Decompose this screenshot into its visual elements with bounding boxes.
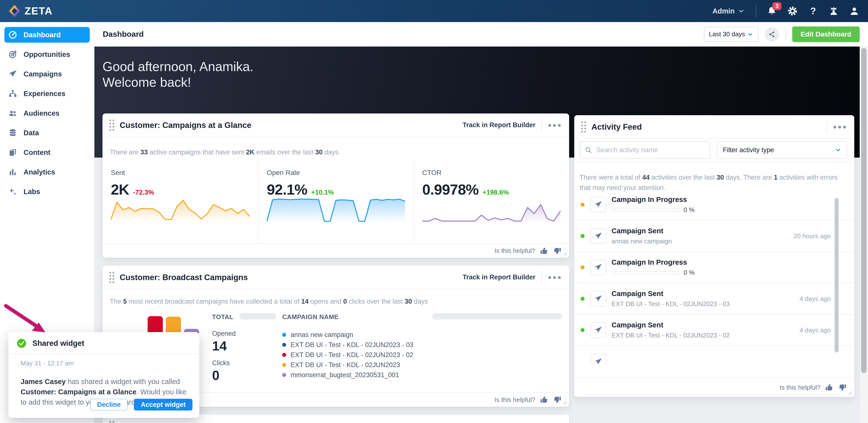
page-scrollbar-thumb[interactable] — [861, 48, 867, 373]
total-column-header: TOTAL — [212, 313, 234, 321]
widget-menu-icon[interactable]: ●●● — [833, 123, 847, 131]
ctor-sparkline-chart — [422, 196, 560, 222]
header-pill — [239, 313, 276, 320]
activity-time: 4 days ago — [800, 326, 831, 334]
resize-handle-icon[interactable] — [561, 250, 567, 256]
date-range-select[interactable]: Last 30 days — [704, 27, 758, 42]
kpi-value: 0.9978% — [422, 181, 478, 198]
annotation-arrow — [2, 303, 52, 338]
campaign-name: EXT DB UI - Test - KDL - 02JUN2023 - 02 — [290, 351, 413, 359]
widget-menu-icon[interactable]: ●●● — [548, 273, 562, 281]
activity-title: Campaign Sent — [612, 227, 672, 235]
activity-item[interactable]: Campaign In Progress0 % — [574, 189, 854, 221]
sidebar-item-dashboard[interactable]: Dashboard — [4, 27, 90, 43]
sidebar-item-campaigns[interactable]: Campaigns — [4, 66, 90, 82]
admin-menu[interactable]: Admin — [713, 7, 745, 15]
kpi-sent: Sent 2K -72.3% — [102, 162, 258, 243]
feed-divider — [574, 162, 854, 162]
sent-sparkline-chart — [111, 196, 250, 222]
sidebar-item-content[interactable]: Content — [4, 144, 90, 160]
brand-name: ZETA — [25, 5, 53, 17]
popup-title: Shared widget — [32, 339, 84, 348]
activity-item[interactable]: Campaign Sentannas new campaign20 hours … — [574, 221, 854, 252]
filter-label: Filter activity type — [723, 146, 774, 154]
campaign-name: annas new campaign — [290, 331, 353, 339]
activity-text: Campaign In Progress0 % — [612, 196, 695, 214]
dashboard-page: ZETA Admin 3 ? — [0, 0, 868, 423]
progress-bar — [612, 208, 680, 212]
page-title: Dashboard — [103, 30, 144, 39]
widget-menu-icon[interactable]: ●●● — [548, 121, 562, 129]
activity-item[interactable]: Campaign SentEXT DB UI - Test - KDL - 02… — [574, 283, 854, 315]
activity-search-input[interactable] — [580, 141, 710, 159]
activity-type-filter-select[interactable]: Filter activity type — [717, 141, 847, 159]
thumbs-down-icon[interactable] — [553, 395, 562, 404]
topbar-divider — [756, 5, 756, 18]
campaign-plane-icon — [590, 322, 606, 338]
settings-gear-icon[interactable] — [787, 6, 797, 16]
widget-description: The 5 most recent broadcast campaigns ha… — [110, 298, 428, 305]
user-profile-icon[interactable] — [849, 6, 859, 16]
gauge-icon — [8, 30, 17, 39]
campaign-plane-icon — [590, 228, 606, 244]
legend-dot — [282, 333, 286, 337]
success-check-icon — [17, 338, 27, 348]
documents-icon — [8, 148, 17, 157]
search-input[interactable] — [596, 146, 706, 154]
zeta-logo[interactable]: ZETA — [9, 5, 53, 17]
sidebar-item-experiences[interactable]: Experiences — [4, 86, 90, 101]
help-icon[interactable]: ? — [808, 6, 818, 16]
resize-handle-icon[interactable] — [561, 398, 567, 405]
campaign-legend-row: EXT DB UI - Test - KDL - 02JUN2023 - 02 — [282, 351, 413, 359]
sidebar-item-opportunities[interactable]: Opportunities — [4, 46, 90, 62]
thumbs-down-icon[interactable] — [553, 247, 562, 255]
campaign-name-column-header: CAMPAIGN NAME — [282, 313, 339, 321]
thumbs-up-icon[interactable] — [540, 395, 549, 404]
activity-list-scrollbar[interactable] — [835, 198, 839, 352]
campaign-name: EXT DB UI - Test - KDL - 02JUN2023 — [290, 361, 400, 369]
sidebar-item-label: Data — [24, 129, 39, 137]
track-in-report-builder-link[interactable]: Track in Report Builder — [463, 121, 535, 129]
activity-item[interactable] — [574, 346, 854, 365]
page-scrollbar-track[interactable] — [860, 46, 868, 423]
notifications-bell-icon[interactable]: 3 — [767, 6, 777, 16]
activity-time: 20 hours ago — [794, 232, 831, 240]
decline-button[interactable]: Decline — [90, 399, 127, 411]
target-icon — [8, 50, 17, 59]
activity-item[interactable]: Campaign SentEXT DB UI - Test - KDL - 02… — [574, 315, 854, 346]
sidebar-item-audiences[interactable]: Audiences — [4, 105, 90, 121]
drag-handle-icon[interactable] — [581, 121, 586, 133]
drag-handle-icon[interactable] — [110, 272, 114, 283]
thumbs-down-icon[interactable] — [838, 383, 847, 392]
sidebar-item-label: Campaigns — [24, 70, 62, 78]
kpi-label: Open Rate — [267, 169, 405, 177]
activity-item[interactable]: Campaign In Progress0 % — [574, 252, 854, 283]
drag-handle-icon[interactable] — [110, 421, 114, 423]
sidebar-item-analytics[interactable]: Analytics — [4, 164, 90, 180]
kpi-value: 2K — [111, 181, 129, 198]
helpful-label: Is this helpful? — [780, 384, 820, 391]
accept-widget-button[interactable]: Accept widget — [134, 399, 192, 411]
clicks-label: Clicks — [212, 359, 230, 367]
toolbar-divider — [785, 29, 786, 40]
sidebar-item-label: Dashboard — [24, 31, 61, 39]
progress-value: 0 % — [684, 206, 695, 214]
flow-icon — [8, 89, 17, 98]
edit-dashboard-button[interactable]: Edit Dashboard — [792, 27, 860, 42]
drag-handle-icon[interactable] — [110, 120, 114, 131]
resize-handle-icon[interactable] — [846, 389, 852, 395]
page-toolbar: Dashboard Last 30 days Edit Dashboard — [94, 22, 868, 46]
thumbs-up-icon[interactable] — [540, 247, 549, 255]
thumbs-up-icon[interactable] — [825, 383, 834, 392]
header-pill — [432, 313, 562, 320]
activity-title: Campaign In Progress — [612, 196, 695, 204]
database-icon — [8, 128, 17, 137]
track-in-report-builder-link[interactable]: Track in Report Builder — [463, 273, 535, 281]
campaign-legend-row: EXT DB UI - Test - KDL - 02JUN2023 — [282, 361, 413, 369]
kpi-open-rate: Open Rate 92.1% +10.1% — [258, 162, 413, 243]
admin-user-icon[interactable] — [829, 6, 839, 16]
sidebar-item-labs[interactable]: Labs — [4, 184, 90, 199]
share-button[interactable] — [765, 27, 779, 41]
sidebar-item-data[interactable]: Data — [4, 125, 90, 141]
activity-title: Campaign Sent — [612, 321, 730, 329]
